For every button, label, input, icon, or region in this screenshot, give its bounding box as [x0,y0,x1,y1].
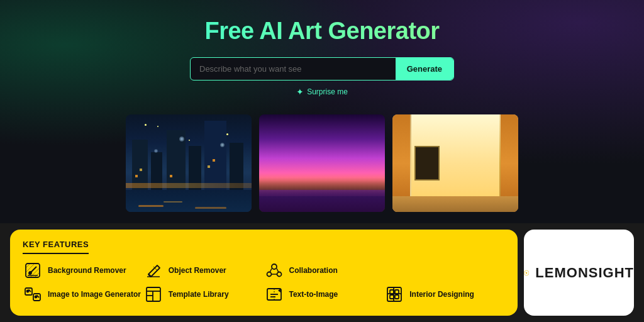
feature-image-to-image[interactable]: Image to Image Generator [23,284,143,304]
collab-label: Collaboration [289,266,338,275]
bg-remove-label: Background Remover [48,266,126,275]
svg-point-7 [27,291,29,292]
feature-interior-designing[interactable]: Interior Designing [384,284,505,304]
template-icon [143,284,164,304]
interior-label: Interior Designing [409,290,474,299]
preview-images-row [126,114,518,212]
template-label: Template Library [169,290,229,299]
svg-rect-18 [395,295,399,299]
img2img-label: Image to Image Generator [48,290,141,299]
features-title: KEY FEATURES [23,240,89,254]
surprise-me-link[interactable]: ✦ Surprise me [296,87,348,97]
svg-point-3 [267,272,271,277]
svg-point-1 [29,272,31,274]
lemonsight-logo-icon [524,261,529,285]
svg-point-4 [277,272,281,277]
feature-template-library[interactable]: Template Library [143,284,264,304]
preview-image-city [126,114,252,212]
svg-rect-9 [147,287,160,301]
features-grid: Background Remover Object Remover [23,260,505,304]
txt2img-icon [264,284,284,304]
search-bar: Generate [190,57,454,80]
preview-image-purple [259,114,385,212]
img2img-icon [23,284,43,304]
logo-text: LEMONSIGHT [535,265,634,281]
logo-card: LEMONSIGHT [524,230,634,316]
search-input[interactable] [191,58,396,80]
svg-point-22 [526,272,527,273]
hero-section: Free AI Art Generator Generate ✦ Surpris… [0,0,644,223]
feature-text-to-image[interactable]: Text-to-Image [264,284,385,304]
bottom-section: KEY FEATURES Background Remover [0,223,644,322]
feature-collaboration[interactable]: Collaboration [264,260,385,280]
interior-icon [384,284,404,304]
features-card: KEY FEATURES Background Remover [10,230,518,316]
svg-point-2 [272,264,277,269]
feature-background-remover[interactable]: Background Remover [23,260,143,280]
txt2img-label: Text-to-Image [289,290,338,299]
collab-icon [264,260,284,280]
generate-button[interactable]: Generate [396,58,453,80]
svg-point-8 [35,296,37,298]
eraser-icon [143,260,164,280]
object-remove-label: Object Remover [169,266,226,275]
hero-title: Free AI Art Generator [204,18,439,45]
svg-rect-17 [390,295,394,299]
sparkle-icon: ✦ [296,87,304,97]
surprise-me-label: Surprise me [307,87,348,96]
feature-object-remover[interactable]: Object Remover [143,260,264,280]
preview-image-interior [392,114,518,212]
svg-rect-14 [387,287,401,301]
bg-remove-icon [23,260,43,280]
